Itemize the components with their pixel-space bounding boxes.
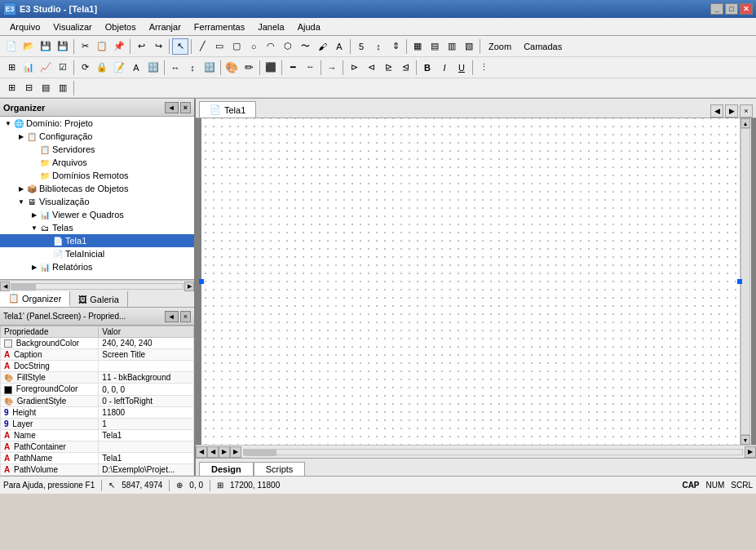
t2-align1[interactable]: ⬛ bbox=[263, 60, 279, 76]
cut-button[interactable]: ✂ bbox=[77, 38, 93, 55]
tree-hscroll[interactable]: ◀ ▶ bbox=[0, 280, 194, 291]
tree-item-relatorios[interactable]: ▶ 📊 Relatórios bbox=[0, 260, 194, 273]
props-pin-button[interactable]: ◄ bbox=[165, 311, 179, 322]
prop-row-fgcolor[interactable]: ForegroundColor 0, 0, 0 bbox=[1, 384, 194, 395]
tree-toggle[interactable]: ▼ bbox=[3, 118, 13, 128]
props-close-button[interactable]: × bbox=[180, 311, 191, 322]
tree-item-bibliotecas[interactable]: ▶ 📦 Bibliotecas de Objetos bbox=[0, 182, 194, 195]
t2-fill[interactable]: 🎨 bbox=[223, 60, 240, 76]
tree-toggle-viewer[interactable]: ▶ bbox=[29, 210, 39, 220]
props-header-buttons[interactable]: ◄ × bbox=[165, 311, 191, 322]
tree-item-servidores[interactable]: ▶ 📋 Servidores bbox=[0, 143, 194, 156]
canvas-tab-tela1[interactable]: 📄 Tela1 bbox=[199, 101, 256, 118]
prop-value-height[interactable]: 11800 bbox=[99, 406, 194, 418]
tab-galeria[interactable]: 🖼 Galeria bbox=[70, 291, 127, 307]
organizer-header-buttons[interactable]: ◄ × bbox=[165, 102, 191, 113]
line-tool[interactable]: ╱ bbox=[194, 38, 210, 55]
round-rect-tool[interactable]: ▢ bbox=[228, 38, 245, 55]
tag3[interactable]: ⇕ bbox=[387, 38, 404, 55]
prop-row-caption[interactable]: A Caption Screen Title bbox=[1, 349, 194, 361]
tree-item-viewer[interactable]: ▶ 📊 Viewer e Quadros bbox=[0, 208, 194, 221]
prop-row-pathname[interactable]: A PathName Tela1 bbox=[1, 452, 194, 464]
prop-value-bgcolor[interactable]: 240, 240, 240 bbox=[99, 338, 194, 349]
tree-item-dominios-remotos[interactable]: ▶ 📁 Domínios Remotos bbox=[0, 169, 194, 182]
t2-12[interactable]: 🔡 bbox=[201, 60, 218, 76]
t2-2[interactable]: 📊 bbox=[20, 60, 37, 76]
t3-1[interactable]: ⊞ bbox=[3, 80, 20, 96]
paste-button[interactable]: 📌 bbox=[111, 38, 127, 55]
t2-b1[interactable]: ⊳ bbox=[346, 60, 362, 76]
menu-ajuda[interactable]: Ajuda bbox=[291, 20, 327, 33]
t2-line1[interactable]: ━ bbox=[285, 60, 301, 76]
tag2[interactable]: ↕ bbox=[370, 38, 387, 55]
t2-text-i[interactable]: I bbox=[436, 60, 453, 76]
t2-3[interactable]: 📈 bbox=[38, 60, 54, 76]
tab-scripts[interactable]: Scripts bbox=[254, 462, 306, 476]
tree-hscroll-right[interactable]: ▶ bbox=[184, 282, 194, 291]
poly-tool[interactable]: ⬡ bbox=[280, 38, 296, 55]
tag1[interactable]: 5 bbox=[353, 38, 369, 55]
t2-11[interactable]: ↕ bbox=[184, 60, 201, 76]
save-all-button[interactable]: 💾 bbox=[55, 38, 71, 55]
grid1[interactable]: ▦ bbox=[409, 38, 426, 55]
vscroll-down[interactable]: ▼ bbox=[741, 435, 750, 445]
prop-value-name[interactable]: Tela1 bbox=[99, 429, 194, 441]
tree-item-config[interactable]: ▶ 📋 Configuração bbox=[0, 130, 194, 143]
vscroll-up[interactable]: ▲ bbox=[741, 118, 750, 128]
t3-3[interactable]: ▤ bbox=[38, 80, 54, 96]
canvas-content[interactable] bbox=[201, 118, 740, 445]
grid3[interactable]: ▥ bbox=[444, 38, 460, 55]
prop-row-height[interactable]: 9 Height 11800 bbox=[1, 406, 194, 418]
tree-hscroll-left[interactable]: ◀ bbox=[0, 282, 10, 291]
t3-4[interactable]: ▥ bbox=[55, 80, 71, 96]
t2-text-b[interactable]: B bbox=[419, 60, 435, 76]
t2-10[interactable]: ↔ bbox=[167, 60, 183, 76]
copy-button[interactable]: 📋 bbox=[94, 38, 110, 55]
prop-row-pathcontainer[interactable]: A PathContainer bbox=[1, 441, 194, 452]
tree-item-dominio[interactable]: ▼ 🌐 Domínio: Projeto bbox=[0, 117, 194, 130]
canvas-nav-prev[interactable]: ◀ bbox=[710, 104, 723, 118]
title-bar-buttons[interactable]: _ □ ✕ bbox=[710, 3, 753, 15]
t2-1[interactable]: ⊞ bbox=[3, 60, 20, 76]
arc-tool[interactable]: ◠ bbox=[263, 38, 279, 55]
menu-arquivo[interactable]: Arquivo bbox=[3, 20, 46, 33]
tab-design[interactable]: Design bbox=[199, 462, 254, 476]
hscroll-next[interactable]: ▶ bbox=[219, 446, 230, 458]
prop-value-pathvolume[interactable]: D:\Exemplo\Projet... bbox=[99, 464, 194, 475]
t2-8[interactable]: A bbox=[128, 60, 144, 76]
t2-arrow[interactable]: → bbox=[324, 60, 340, 76]
undo-button[interactable]: ↩ bbox=[133, 38, 149, 55]
t2-4[interactable]: ☑ bbox=[55, 60, 71, 76]
save-button[interactable]: 💾 bbox=[38, 38, 54, 55]
canvas-nav-next[interactable]: ▶ bbox=[725, 104, 738, 118]
t2-6[interactable]: 🔒 bbox=[94, 60, 110, 76]
tree-item-tela1[interactable]: ▶ 📄 Tela1 bbox=[0, 234, 194, 247]
menu-visualizar[interactable]: Visualizar bbox=[46, 20, 99, 33]
t3-2[interactable]: ⊟ bbox=[20, 80, 37, 96]
t2-text-u[interactable]: U bbox=[453, 60, 470, 76]
prop-value-pathcontainer[interactable] bbox=[99, 441, 194, 452]
t2-stroke[interactable]: ✏ bbox=[241, 60, 257, 76]
prop-row-fillstyle[interactable]: 🎨 FillStyle 11 - bkBackground bbox=[1, 372, 194, 384]
close-button[interactable]: ✕ bbox=[740, 3, 753, 15]
grid2[interactable]: ▤ bbox=[427, 38, 443, 55]
t2-line2[interactable]: ╌ bbox=[302, 60, 318, 76]
new-button[interactable]: 📄 bbox=[3, 38, 20, 55]
layers-dropdown[interactable]: Camadas bbox=[518, 38, 568, 55]
hscroll-last[interactable]: ▶ bbox=[230, 446, 241, 458]
tree-item-telainicial[interactable]: ▶ 📄 TelaInicial bbox=[0, 247, 194, 260]
hscroll-prev[interactable]: ◀ bbox=[207, 446, 219, 458]
t2-b2[interactable]: ⊲ bbox=[363, 60, 379, 76]
t2-7[interactable]: 📝 bbox=[111, 60, 127, 76]
menu-arranjar[interactable]: Arranjar bbox=[143, 20, 188, 33]
open-button[interactable]: 📂 bbox=[20, 38, 37, 55]
maximize-button[interactable]: □ bbox=[725, 3, 738, 15]
grid4[interactable]: ▧ bbox=[461, 38, 477, 55]
prop-value-docstring[interactable] bbox=[99, 361, 194, 372]
tree-toggle-telas[interactable]: ▼ bbox=[29, 223, 39, 233]
rect-tool[interactable]: ▭ bbox=[211, 38, 228, 55]
panel-close-button[interactable]: × bbox=[180, 102, 191, 113]
tree-item-arquivos[interactable]: ▶ 📁 Arquivos bbox=[0, 156, 194, 169]
t2-b4[interactable]: ⊴ bbox=[397, 60, 413, 76]
menu-janela[interactable]: Janela bbox=[251, 20, 290, 33]
